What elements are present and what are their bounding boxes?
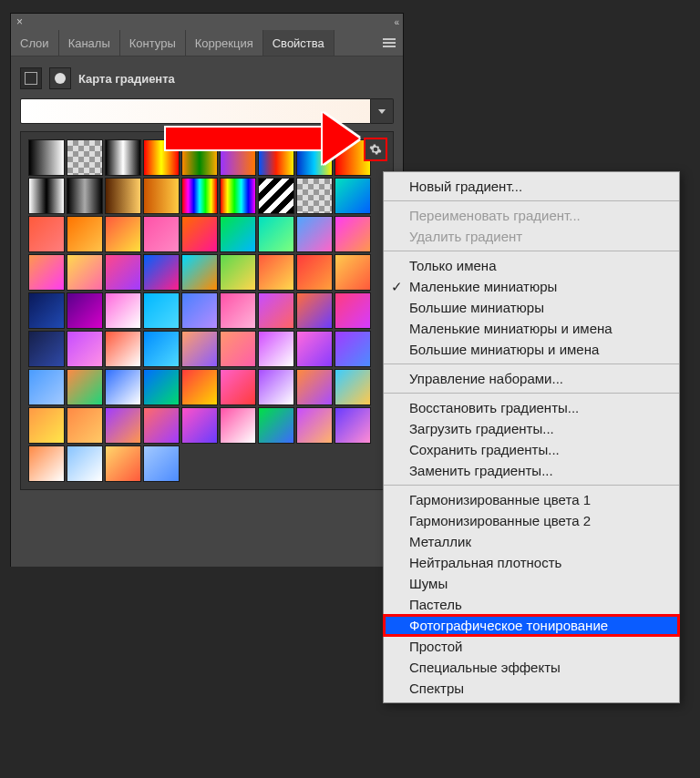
tab-channels[interactable]: Каналы bbox=[59, 30, 120, 56]
menu-color-harmonies-2[interactable]: Гармонизированные цвета 2 bbox=[384, 510, 679, 531]
gradient-swatch[interactable] bbox=[67, 139, 103, 176]
menu-metals[interactable]: Металлик bbox=[384, 531, 679, 552]
gradient-swatch[interactable] bbox=[296, 216, 333, 252]
menu-photographic-toning[interactable]: Фотографическое тонирование bbox=[384, 615, 679, 636]
menu-spectrums[interactable]: Спектры bbox=[384, 678, 679, 699]
gradient-swatch[interactable] bbox=[181, 331, 218, 367]
gradient-swatch[interactable] bbox=[67, 254, 103, 291]
menu-reset-gradients[interactable]: Восстановить градиенты... bbox=[384, 397, 679, 418]
gradient-swatch[interactable] bbox=[143, 331, 180, 367]
gradient-swatch[interactable] bbox=[181, 292, 218, 329]
gradient-swatch[interactable] bbox=[181, 216, 218, 252]
gradient-swatch[interactable] bbox=[67, 331, 103, 367]
menu-small-thumbnail[interactable]: Маленькие миниатюры bbox=[384, 276, 679, 297]
gradient-swatch[interactable] bbox=[258, 331, 294, 367]
gradient-swatch[interactable] bbox=[28, 331, 65, 367]
gradient-swatch[interactable] bbox=[67, 407, 103, 444]
menu-neutral-density[interactable]: Нейтральная плотность bbox=[384, 552, 679, 573]
gradient-swatch[interactable] bbox=[28, 178, 65, 214]
menu-special-effects[interactable]: Специальные эффекты bbox=[384, 657, 679, 678]
gradient-swatch[interactable] bbox=[220, 254, 256, 291]
menu-large-list[interactable]: Большие миниатюры и имена bbox=[384, 339, 679, 360]
gradient-swatch[interactable] bbox=[296, 292, 333, 329]
gradient-swatch[interactable] bbox=[220, 369, 256, 405]
gradient-swatch[interactable] bbox=[105, 292, 141, 329]
gradient-swatch[interactable] bbox=[335, 331, 371, 367]
collapse-icon[interactable]: « bbox=[394, 17, 397, 27]
gradient-swatch[interactable] bbox=[28, 407, 65, 444]
gradient-swatch[interactable] bbox=[181, 178, 218, 214]
gradient-swatch[interactable] bbox=[220, 407, 256, 444]
gradient-swatch[interactable] bbox=[258, 216, 294, 252]
menu-color-harmonies-1[interactable]: Гармонизированные цвета 1 bbox=[384, 489, 679, 510]
tab-paths[interactable]: Контуры bbox=[120, 30, 186, 56]
gradient-swatch[interactable] bbox=[143, 445, 180, 482]
gradient-swatch[interactable] bbox=[220, 331, 256, 367]
gradient-swatch[interactable] bbox=[105, 331, 141, 367]
gradient-swatch[interactable] bbox=[335, 407, 371, 444]
tab-layers[interactable]: Слои bbox=[11, 30, 59, 56]
gradient-swatch[interactable] bbox=[67, 369, 103, 405]
gradient-swatch[interactable] bbox=[67, 216, 103, 252]
gradient-swatch[interactable] bbox=[105, 407, 141, 444]
menu-noise-samples[interactable]: Шумы bbox=[384, 573, 679, 594]
menu-simple[interactable]: Простой bbox=[384, 636, 679, 657]
gradient-swatch[interactable] bbox=[220, 216, 256, 252]
tab-corrections[interactable]: Коррекция bbox=[186, 30, 263, 56]
gradient-swatch[interactable] bbox=[143, 369, 180, 405]
gradient-swatch[interactable] bbox=[105, 445, 141, 482]
gradient-swatch[interactable] bbox=[335, 369, 371, 405]
gradient-dropdown[interactable] bbox=[371, 98, 394, 124]
menu-pastels[interactable]: Пастель bbox=[384, 594, 679, 615]
gradient-swatch[interactable] bbox=[296, 331, 333, 367]
gradient-swatch[interactable] bbox=[28, 369, 65, 405]
gradient-swatch[interactable] bbox=[143, 254, 180, 291]
gradient-swatch[interactable] bbox=[105, 369, 141, 405]
gradient-swatch[interactable] bbox=[220, 178, 256, 214]
gradient-swatch[interactable] bbox=[28, 445, 65, 482]
gradient-swatch[interactable] bbox=[143, 216, 180, 252]
gradient-presets-menu-button[interactable] bbox=[364, 138, 387, 161]
menu-preset-manager[interactable]: Управление наборами... bbox=[384, 368, 679, 389]
gradient-swatch[interactable] bbox=[335, 292, 371, 329]
gradient-swatch[interactable] bbox=[67, 292, 103, 329]
gradient-swatch[interactable] bbox=[181, 407, 218, 444]
gradient-swatch[interactable] bbox=[105, 139, 141, 176]
menu-save-gradients[interactable]: Сохранить градиенты... bbox=[384, 439, 679, 460]
tab-properties[interactable]: Свойства bbox=[263, 30, 335, 56]
gradient-swatch[interactable] bbox=[220, 292, 256, 329]
gradient-swatch[interactable] bbox=[181, 254, 218, 291]
gradient-swatch[interactable] bbox=[67, 178, 103, 214]
gradient-swatch[interactable] bbox=[258, 254, 294, 291]
gradient-swatch[interactable] bbox=[143, 407, 180, 444]
gradient-swatch[interactable] bbox=[335, 178, 371, 214]
gradient-swatch[interactable] bbox=[258, 178, 294, 214]
gradient-swatch[interactable] bbox=[105, 216, 141, 252]
gradient-swatch[interactable] bbox=[67, 445, 103, 482]
gradient-swatch[interactable] bbox=[105, 178, 141, 214]
gradient-swatch[interactable] bbox=[143, 178, 180, 214]
gradient-swatch[interactable] bbox=[28, 216, 65, 252]
gradient-swatch[interactable] bbox=[296, 407, 333, 444]
gradient-swatch[interactable] bbox=[296, 178, 333, 214]
gradient-swatch[interactable] bbox=[28, 292, 65, 329]
menu-load-gradients[interactable]: Загрузить градиенты... bbox=[384, 418, 679, 439]
gradient-swatch[interactable] bbox=[296, 369, 333, 405]
menu-replace-gradients[interactable]: Заменить градиенты... bbox=[384, 460, 679, 481]
menu-small-list[interactable]: Маленькие миниатюры и имена bbox=[384, 318, 679, 339]
panel-menu-button[interactable] bbox=[376, 30, 403, 56]
menu-text-only[interactable]: Только имена bbox=[384, 255, 679, 276]
gradient-swatch[interactable] bbox=[28, 139, 65, 176]
gradient-swatch[interactable] bbox=[335, 254, 371, 291]
gradient-swatch[interactable] bbox=[258, 407, 294, 444]
menu-new-gradient[interactable]: Новый градиент... bbox=[384, 176, 679, 197]
menu-large-thumbnail[interactable]: Большие миниатюры bbox=[384, 297, 679, 318]
gradient-swatch[interactable] bbox=[105, 254, 141, 291]
gradient-swatch[interactable] bbox=[258, 292, 294, 329]
gradient-swatch[interactable] bbox=[258, 369, 294, 405]
gradient-swatch[interactable] bbox=[181, 369, 218, 405]
gradient-swatch[interactable] bbox=[335, 216, 371, 252]
gradient-swatch[interactable] bbox=[28, 254, 65, 291]
gradient-swatch[interactable] bbox=[143, 292, 180, 329]
gradient-swatch[interactable] bbox=[296, 254, 333, 291]
